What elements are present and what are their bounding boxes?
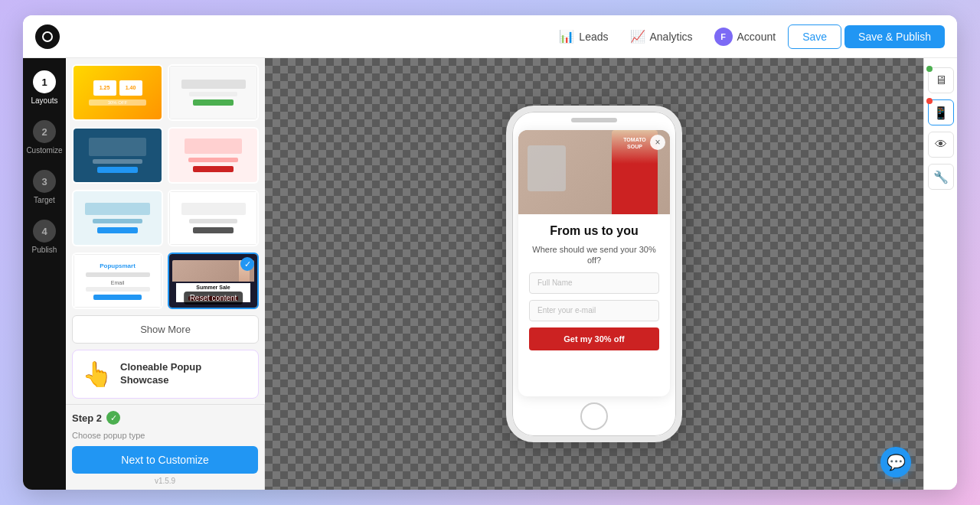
chat-fab-button[interactable]: 💬 — [880, 447, 911, 477]
step-3-target[interactable]: 3 Target — [33, 170, 56, 204]
layout-grid-row-4: Popupsmart Email — [72, 252, 259, 309]
phone-notch — [571, 118, 617, 122]
analytics-icon: 📈 — [630, 29, 645, 44]
app-window: 📊 Leads 📈 Analytics F Account Save Save … — [23, 15, 957, 490]
desktop-active-dot — [926, 66, 933, 72]
logo[interactable] — [35, 24, 60, 49]
layout-card-8[interactable]: Summer Sale ✓ Reset content — [168, 252, 259, 309]
step-check-icon: ✓ — [106, 411, 120, 425]
layout-cards-list: 1.25 1.40 30% OFF — [66, 58, 265, 404]
layout-card-3[interactable] — [72, 127, 163, 184]
cloneable-emoji: 👆 — [82, 360, 113, 389]
step-label: Step 2 — [72, 412, 102, 424]
nav-leads[interactable]: 📊 Leads — [550, 24, 617, 48]
layout-panel: 1.25 1.40 30% OFF — [66, 58, 265, 490]
canvas-area: TOMATOSOUP × From us to you Where should… — [265, 58, 923, 490]
popup-subtitle: Where should we send your 30% off? — [529, 244, 659, 266]
step-info: Step 2 ✓ — [72, 411, 258, 425]
step-3-circle: 3 — [33, 170, 56, 193]
cloneable-label: Cloneable Popup Showcase — [120, 361, 249, 387]
popup-email-input[interactable]: Enter your e-mail — [529, 300, 659, 321]
layout-grid-row-1: 1.25 1.40 30% OFF — [72, 64, 259, 121]
layout-card-7[interactable]: Popupsmart Email — [72, 252, 163, 309]
step-2-customize[interactable]: 2 Customize — [26, 120, 62, 155]
step-1-layouts[interactable]: 1 Layouts — [31, 70, 57, 105]
layout-card-1[interactable]: 1.25 1.40 30% OFF — [72, 64, 163, 121]
popup-close-button[interactable]: × — [650, 135, 665, 150]
step-2-circle: 2 — [33, 120, 56, 143]
popup-body: From us to you Where should we send your… — [518, 214, 670, 396]
nav-analytics[interactable]: 📈 Analytics — [621, 24, 702, 48]
version-text: v1.5.9 — [72, 477, 258, 485]
chat-icon: 💬 — [887, 453, 906, 471]
next-to-customize-button[interactable]: Next to Customize — [72, 446, 258, 474]
layout-card-2[interactable] — [168, 64, 259, 121]
step-4-publish[interactable]: 4 Publish — [32, 220, 57, 254]
mobile-icon: 📱 — [933, 106, 949, 120]
preview-icon: 👁 — [935, 138, 947, 152]
popup-image: TOMATOSOUP × — [518, 130, 670, 214]
popup-title: From us to you — [529, 223, 659, 238]
cloneable-card[interactable]: 👆 Cloneable Popup Showcase — [72, 350, 259, 399]
layout-grid-row-2 — [72, 127, 259, 184]
layout-card-5[interactable] — [72, 190, 163, 246]
preview-button[interactable]: 👁 — [928, 132, 954, 158]
layout-grid-row-3 — [72, 190, 259, 246]
sidebar-steps: 1 Layouts 2 Customize 3 Target 4 Publish — [23, 58, 66, 490]
save-publish-button[interactable]: Save & Publish — [844, 25, 945, 48]
step-1-circle: 1 — [33, 70, 56, 93]
step-sub-label: Choose popup type — [72, 431, 258, 440]
popup-cta-button[interactable]: Get my 30% off — [529, 327, 659, 350]
account-label: Account — [737, 31, 776, 43]
desktop-icon: 🖥 — [935, 73, 947, 87]
header: 📊 Leads 📈 Analytics F Account Save Save … — [23, 15, 957, 58]
layout-card-6[interactable] — [168, 190, 259, 246]
show-more-button[interactable]: Show More — [72, 315, 259, 344]
nav-account[interactable]: F Account — [705, 23, 786, 50]
step-2-label: Customize — [26, 146, 62, 155]
desktop-view-button[interactable]: 🖥 — [928, 67, 954, 93]
analytics-label: Analytics — [650, 31, 693, 43]
layout-card-4[interactable] — [168, 127, 259, 184]
step-footer: Step 2 ✓ Choose popup type Next to Custo… — [66, 404, 264, 490]
header-nav: 📊 Leads 📈 Analytics F Account Save Save … — [550, 23, 945, 50]
step-4-circle: 4 — [33, 220, 56, 243]
step-3-label: Target — [34, 196, 55, 204]
phone-home-button — [580, 402, 608, 430]
save-button[interactable]: Save — [788, 24, 841, 49]
popup-preview: TOMATOSOUP × From us to you Where should… — [518, 130, 670, 396]
mobile-active-dot — [926, 98, 933, 104]
right-toolbar: 🖥 📱 👁 🔧 — [923, 58, 957, 490]
reset-content-overlay[interactable]: Reset content — [184, 292, 243, 305]
step-1-label: Layouts — [31, 96, 57, 105]
phone-frame: TOMATOSOUP × From us to you Where should… — [506, 106, 682, 442]
settings-icon: 🔧 — [933, 170, 949, 184]
selected-check: ✓ — [240, 257, 254, 271]
main-content: 1 Layouts 2 Customize 3 Target 4 Publish — [23, 58, 957, 490]
mobile-view-button[interactable]: 📱 — [928, 99, 954, 125]
leads-icon: 📊 — [559, 29, 574, 44]
leads-label: Leads — [579, 31, 608, 43]
popup-name-input[interactable]: Full Name — [529, 272, 659, 294]
step-4-label: Publish — [32, 246, 57, 254]
account-avatar: F — [714, 28, 733, 46]
settings-button[interactable]: 🔧 — [928, 164, 954, 190]
